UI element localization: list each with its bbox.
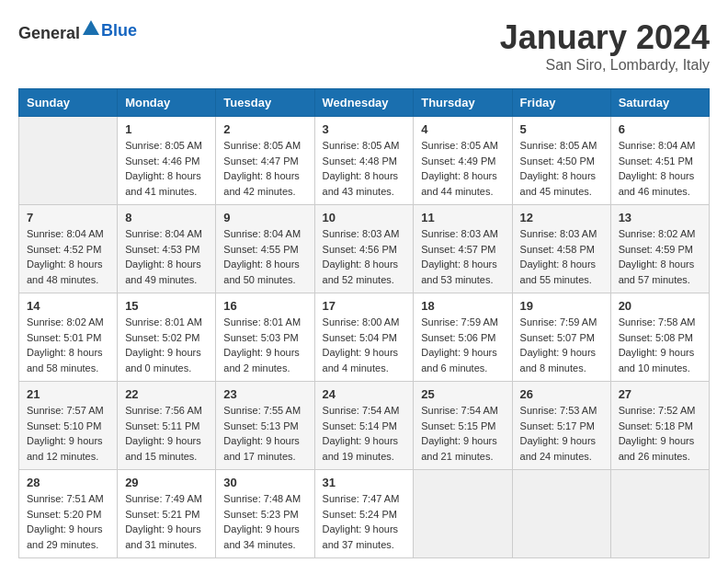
day-cell: 6Sunrise: 8:04 AMSunset: 4:51 PMDaylight… bbox=[610, 117, 709, 205]
day-cell: 20Sunrise: 7:58 AMSunset: 5:08 PMDayligh… bbox=[610, 293, 709, 382]
day-cell: 2Sunrise: 8:05 AMSunset: 4:47 PMDaylight… bbox=[216, 117, 314, 205]
day-info: Sunrise: 7:52 AMSunset: 5:18 PMDaylight:… bbox=[619, 403, 701, 464]
day-cell: 31Sunrise: 7:47 AMSunset: 5:24 PMDayligh… bbox=[314, 470, 414, 558]
day-cell: 14Sunrise: 8:02 AMSunset: 5:01 PMDayligh… bbox=[19, 293, 118, 382]
day-info: Sunrise: 8:05 AMSunset: 4:46 PMDaylight:… bbox=[125, 138, 208, 199]
day-info: Sunrise: 8:05 AMSunset: 4:49 PMDaylight:… bbox=[421, 138, 504, 199]
header-day-tuesday: Tuesday bbox=[216, 89, 314, 117]
day-cell: 15Sunrise: 8:01 AMSunset: 5:02 PMDayligh… bbox=[118, 293, 216, 382]
day-number: 17 bbox=[323, 299, 406, 313]
day-number: 20 bbox=[619, 299, 701, 313]
day-info: Sunrise: 7:54 AMSunset: 5:14 PMDaylight:… bbox=[323, 403, 406, 464]
day-number: 22 bbox=[125, 387, 208, 401]
day-cell: 10Sunrise: 8:03 AMSunset: 4:56 PMDayligh… bbox=[314, 205, 414, 293]
header-day-wednesday: Wednesday bbox=[314, 89, 414, 117]
day-cell bbox=[19, 117, 118, 205]
header-day-friday: Friday bbox=[512, 89, 610, 117]
day-number: 11 bbox=[421, 211, 504, 224]
location-title: San Siro, Lombardy, Italy bbox=[500, 57, 710, 74]
day-number: 18 bbox=[421, 299, 504, 313]
day-cell: 26Sunrise: 7:53 AMSunset: 5:17 PMDayligh… bbox=[512, 382, 610, 470]
day-cell: 1Sunrise: 8:05 AMSunset: 4:46 PMDaylight… bbox=[118, 117, 216, 205]
day-cell: 25Sunrise: 7:54 AMSunset: 5:15 PMDayligh… bbox=[414, 382, 512, 470]
day-cell: 4Sunrise: 8:05 AMSunset: 4:49 PMDaylight… bbox=[414, 117, 512, 205]
day-info: Sunrise: 8:04 AMSunset: 4:51 PMDaylight:… bbox=[619, 138, 701, 199]
day-number: 19 bbox=[520, 299, 603, 313]
day-cell: 19Sunrise: 7:59 AMSunset: 5:07 PMDayligh… bbox=[512, 293, 610, 382]
day-cell: 12Sunrise: 8:03 AMSunset: 4:58 PMDayligh… bbox=[512, 205, 610, 293]
logo-blue-text: Blue bbox=[101, 21, 137, 40]
day-info: Sunrise: 7:48 AMSunset: 5:23 PMDaylight:… bbox=[223, 491, 306, 552]
day-number: 24 bbox=[323, 387, 406, 401]
day-info: Sunrise: 8:02 AMSunset: 4:59 PMDaylight:… bbox=[619, 226, 701, 287]
header: General Blue January 2024 San Siro, Lomb… bbox=[18, 18, 710, 74]
day-number: 13 bbox=[619, 211, 701, 224]
header-day-saturday: Saturday bbox=[610, 89, 709, 117]
day-info: Sunrise: 7:54 AMSunset: 5:15 PMDaylight:… bbox=[421, 403, 504, 464]
day-number: 2 bbox=[223, 122, 306, 136]
day-info: Sunrise: 7:56 AMSunset: 5:11 PMDaylight:… bbox=[125, 403, 208, 464]
day-cell: 8Sunrise: 8:04 AMSunset: 4:53 PMDaylight… bbox=[118, 205, 216, 293]
calendar-table: SundayMondayTuesdayWednesdayThursdayFrid… bbox=[18, 88, 710, 558]
day-cell: 11Sunrise: 8:03 AMSunset: 4:57 PMDayligh… bbox=[414, 205, 512, 293]
day-number: 23 bbox=[223, 387, 306, 401]
day-info: Sunrise: 7:58 AMSunset: 5:08 PMDaylight:… bbox=[619, 315, 701, 375]
header-day-monday: Monday bbox=[118, 89, 216, 117]
day-info: Sunrise: 7:59 AMSunset: 5:07 PMDaylight:… bbox=[520, 315, 603, 375]
day-info: Sunrise: 7:59 AMSunset: 5:06 PMDaylight:… bbox=[421, 315, 504, 375]
day-info: Sunrise: 8:05 AMSunset: 4:48 PMDaylight:… bbox=[323, 138, 406, 199]
day-number: 8 bbox=[125, 211, 208, 224]
day-info: Sunrise: 7:51 AMSunset: 5:20 PMDaylight:… bbox=[27, 491, 109, 552]
week-row-1: 7Sunrise: 8:04 AMSunset: 4:52 PMDaylight… bbox=[19, 205, 710, 293]
day-cell: 21Sunrise: 7:57 AMSunset: 5:10 PMDayligh… bbox=[19, 382, 118, 470]
logo: General Blue bbox=[18, 18, 137, 43]
day-info: Sunrise: 8:03 AMSunset: 4:58 PMDaylight:… bbox=[520, 226, 603, 287]
day-number: 26 bbox=[520, 387, 603, 401]
day-number: 31 bbox=[323, 476, 406, 489]
logo-general-text: General bbox=[18, 18, 101, 43]
day-info: Sunrise: 7:55 AMSunset: 5:13 PMDaylight:… bbox=[223, 403, 306, 464]
header-day-thursday: Thursday bbox=[414, 89, 512, 117]
day-number: 28 bbox=[27, 476, 109, 489]
day-cell: 17Sunrise: 8:00 AMSunset: 5:04 PMDayligh… bbox=[314, 293, 414, 382]
header-day-sunday: Sunday bbox=[19, 89, 118, 117]
day-cell bbox=[512, 470, 610, 558]
day-cell: 22Sunrise: 7:56 AMSunset: 5:11 PMDayligh… bbox=[118, 382, 216, 470]
logo-icon bbox=[81, 18, 101, 39]
title-area: January 2024 San Siro, Lombardy, Italy bbox=[500, 18, 710, 74]
day-info: Sunrise: 7:53 AMSunset: 5:17 PMDaylight:… bbox=[520, 403, 603, 464]
day-cell: 7Sunrise: 8:04 AMSunset: 4:52 PMDaylight… bbox=[19, 205, 118, 293]
day-number: 15 bbox=[125, 299, 208, 313]
day-cell bbox=[414, 470, 512, 558]
day-info: Sunrise: 8:05 AMSunset: 4:47 PMDaylight:… bbox=[223, 138, 306, 199]
week-row-3: 21Sunrise: 7:57 AMSunset: 5:10 PMDayligh… bbox=[19, 382, 710, 470]
day-number: 27 bbox=[619, 387, 701, 401]
day-number: 3 bbox=[323, 122, 406, 136]
day-number: 7 bbox=[27, 211, 109, 224]
day-number: 16 bbox=[223, 299, 306, 313]
day-number: 14 bbox=[27, 299, 109, 313]
header-row: SundayMondayTuesdayWednesdayThursdayFrid… bbox=[19, 89, 710, 117]
day-number: 6 bbox=[619, 122, 701, 136]
week-row-0: 1Sunrise: 8:05 AMSunset: 4:46 PMDaylight… bbox=[19, 117, 710, 205]
day-info: Sunrise: 8:01 AMSunset: 5:02 PMDaylight:… bbox=[125, 315, 208, 375]
day-info: Sunrise: 8:00 AMSunset: 5:04 PMDaylight:… bbox=[323, 315, 406, 375]
day-info: Sunrise: 7:57 AMSunset: 5:10 PMDaylight:… bbox=[27, 403, 109, 464]
week-row-4: 28Sunrise: 7:51 AMSunset: 5:20 PMDayligh… bbox=[19, 470, 710, 558]
day-info: Sunrise: 8:05 AMSunset: 4:50 PMDaylight:… bbox=[520, 138, 603, 199]
day-cell: 24Sunrise: 7:54 AMSunset: 5:14 PMDayligh… bbox=[314, 382, 414, 470]
day-info: Sunrise: 8:04 AMSunset: 4:55 PMDaylight:… bbox=[223, 226, 306, 287]
day-cell: 27Sunrise: 7:52 AMSunset: 5:18 PMDayligh… bbox=[610, 382, 709, 470]
svg-marker-0 bbox=[83, 20, 99, 35]
day-cell: 30Sunrise: 7:48 AMSunset: 5:23 PMDayligh… bbox=[216, 470, 314, 558]
day-info: Sunrise: 7:47 AMSunset: 5:24 PMDaylight:… bbox=[323, 491, 406, 552]
day-cell: 18Sunrise: 7:59 AMSunset: 5:06 PMDayligh… bbox=[414, 293, 512, 382]
day-cell: 5Sunrise: 8:05 AMSunset: 4:50 PMDaylight… bbox=[512, 117, 610, 205]
day-number: 12 bbox=[520, 211, 603, 224]
day-info: Sunrise: 8:02 AMSunset: 5:01 PMDaylight:… bbox=[27, 315, 109, 375]
day-info: Sunrise: 8:04 AMSunset: 4:52 PMDaylight:… bbox=[27, 226, 109, 287]
day-number: 30 bbox=[223, 476, 306, 489]
day-cell: 28Sunrise: 7:51 AMSunset: 5:20 PMDayligh… bbox=[19, 470, 118, 558]
day-cell: 3Sunrise: 8:05 AMSunset: 4:48 PMDaylight… bbox=[314, 117, 414, 205]
day-number: 29 bbox=[125, 476, 208, 489]
